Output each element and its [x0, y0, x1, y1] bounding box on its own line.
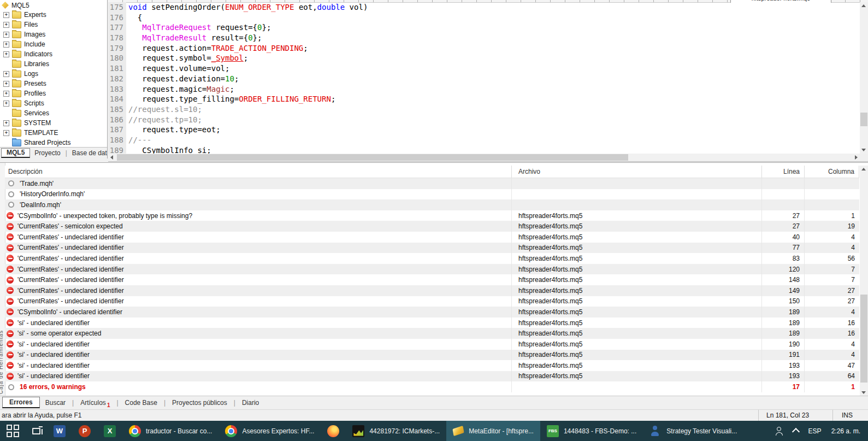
scroll-left-icon[interactable] [110, 155, 113, 160]
chevron-up-icon[interactable] [792, 428, 800, 436]
editor-vscroll-thumb[interactable] [860, 113, 867, 126]
include-row[interactable]: 'DealInfo.mqh' [5, 199, 859, 210]
include-row[interactable]: 'Trade.mqh' [5, 178, 859, 189]
expand-plus-icon[interactable]: + [3, 71, 9, 77]
expand-plus-icon[interactable]: + [3, 81, 9, 87]
errors-grid-rows: 'Trade.mqh''HistoryOrderInfo.mqh''DealIn… [5, 178, 859, 392]
column-header-file[interactable]: Archivo [512, 166, 762, 178]
code-area[interactable]: 175void setPendingOrder(ENUM_ORDER_TYPE … [108, 2, 860, 154]
error-column: 1 [805, 210, 859, 221]
error-row[interactable]: 'CurrentRates' - undeclared identifierhf… [5, 296, 859, 307]
taskbar-chrome-button[interactable]: traductor - Buscar co... [122, 421, 219, 441]
tree-item-indicators[interactable]: +Indicators [0, 49, 107, 59]
expand-plus-icon[interactable]: + [3, 12, 9, 18]
tree-item-experts[interactable]: +Experts [0, 10, 107, 20]
editor-hscroll-thumb[interactable] [117, 154, 628, 161]
tree-item-libraries[interactable]: Libraries [0, 59, 107, 69]
taskbar-windows-start-button[interactable] [0, 421, 26, 441]
taskbar-strategy-tester-button[interactable]: Strategy Tester Visuali... [643, 421, 743, 441]
toolbox-tab-proyectos-p-blicos[interactable]: Proyectos públicos [167, 398, 233, 408]
column-header-line[interactable]: Línea [762, 166, 805, 178]
editor-horizontal-scrollbar[interactable] [108, 154, 860, 161]
toolbox-vscroll-thumb[interactable] [860, 295, 867, 382]
error-line: 40 [762, 232, 805, 243]
editor-vertical-scrollbar[interactable] [860, 2, 868, 154]
include-row[interactable]: 'HistoryOrderInfo.mqh' [5, 189, 859, 200]
taskbar-metatrader-button[interactable]: 44281972: ICMarkets-... [346, 421, 446, 441]
taskbar-firefox-button[interactable] [321, 421, 346, 441]
tree-item-profiles[interactable]: +Profiles [0, 89, 107, 98]
line-text: request.type_filling=ORDER_FILLING_RETUR… [126, 94, 335, 104]
toolbox-tab-art-culos[interactable]: Artículos1 [75, 398, 115, 408]
code-line-177: 177 MqlTradeRequest request={0}; [108, 22, 860, 33]
error-row[interactable]: 'CurrentRates' - undeclared identifierhf… [5, 253, 859, 264]
tree-item-services[interactable]: Services [0, 108, 107, 118]
error-row[interactable]: 'si' - some operator expectedhftspreader… [5, 328, 859, 339]
column-header-column[interactable]: Columna [805, 166, 859, 178]
folder-icon [12, 139, 21, 146]
taskbar-task-view-button[interactable] [26, 421, 47, 441]
scroll-up-icon[interactable] [861, 168, 866, 170]
navigator-tab-proyecto[interactable]: Proyecto [30, 149, 64, 157]
toolbox-vertical-scrollbar[interactable] [860, 166, 868, 396]
people-icon[interactable] [775, 427, 783, 436]
code-line-180: 180 request.symbol=_Symbol; [108, 53, 860, 63]
scroll-down-icon[interactable] [861, 391, 866, 394]
error-row[interactable]: 'si' - undeclared identifierhftspreader4… [5, 360, 859, 371]
navigator-tab-base-de-datos[interactable]: Base de datos [68, 149, 107, 157]
taskbar-word-button[interactable]: W [47, 421, 72, 441]
tree-item-files[interactable]: +Files [0, 20, 107, 30]
taskbar-powerpoint-button[interactable]: P [72, 421, 97, 441]
toolbox-tab-buscar[interactable]: Buscar [40, 398, 71, 408]
taskbar-chrome-button[interactable]: Asesores Expertos: HF... [219, 421, 321, 441]
expand-plus-icon[interactable]: + [3, 32, 9, 38]
toolbox-tab-errores[interactable]: Errores [2, 397, 40, 408]
taskbar-fbs-button[interactable]: FBS1448483 - FBS-Demo: ... [540, 421, 643, 441]
navigator-tab-mql5[interactable]: MQL5 [1, 148, 30, 158]
column-header-description[interactable]: Descripción [5, 166, 512, 178]
toolbox-tab-diario[interactable]: Diario [237, 398, 264, 408]
tree-item-template[interactable]: +TEMPLATE [0, 128, 107, 138]
expand-plus-icon[interactable]: + [3, 130, 9, 136]
tree-item-presets[interactable]: +Presets [0, 79, 107, 89]
error-row[interactable]: 'CurrentRates' - undeclared identifierhf… [5, 243, 859, 254]
error-file: hftspreader4forts.mq5 [512, 371, 762, 382]
error-row[interactable]: 'si' - undeclared identifierhftspreader4… [5, 339, 859, 350]
error-row[interactable]: 'si' - undeclared identifierhftspreader4… [5, 371, 859, 382]
tree-item-images[interactable]: +Images [0, 30, 107, 39]
tree-item-system[interactable]: +SYSTEM [0, 118, 107, 128]
taskbar-excel-button[interactable]: X [97, 421, 122, 441]
error-row[interactable]: 'CurrentRates' - semicolon expectedhftsp… [5, 221, 859, 232]
expand-plus-icon[interactable]: + [3, 51, 9, 57]
expand-plus-icon[interactable]: + [3, 120, 9, 126]
error-row[interactable]: 'CurrentRates' - undeclared identifierhf… [5, 264, 859, 275]
error-row[interactable]: 'si' - undeclared identifierhftspreader4… [5, 350, 859, 361]
navigator-tree: MQL5 +Experts+Files+Images+Include+Indic… [0, 1, 107, 148]
scroll-up-icon[interactable] [861, 4, 866, 7]
error-line: 83 [762, 253, 805, 264]
error-row[interactable]: 'CSymbolInfo' - unexpected token, probab… [5, 210, 859, 221]
toolbox-tab-code-base[interactable]: Code Base [120, 398, 163, 408]
tree-item-include[interactable]: +Include [0, 39, 107, 49]
tree-item-scripts[interactable]: +Scripts [0, 98, 107, 108]
error-row[interactable]: 'CurrentRates' - undeclared identifierhf… [5, 232, 859, 243]
clock[interactable]: 2:26 a. m. [831, 427, 860, 435]
error-row[interactable]: 'CurrentRates' - undeclared identifierhf… [5, 274, 859, 285]
language-indicator[interactable]: ESP [808, 427, 822, 435]
expand-plus-icon[interactable]: + [3, 101, 9, 107]
expand-plus-icon[interactable]: + [3, 91, 9, 97]
tree-root-mql5[interactable]: MQL5 [0, 1, 107, 10]
error-row[interactable]: 'CSymbolInfo' - undeclared identifierhft… [5, 307, 859, 317]
error-row[interactable]: 'si' - undeclared identifierhftspreader4… [5, 317, 859, 328]
code-line-183: 183 request.magic=Magic; [108, 84, 860, 95]
scroll-down-icon[interactable] [861, 149, 866, 151]
taskbar-metaeditor-button[interactable]: MetaEditor - [hftspre... [446, 421, 540, 441]
tree-item-logs[interactable]: +Logs [0, 69, 107, 79]
expand-plus-icon[interactable]: + [3, 22, 9, 28]
error-row[interactable]: 'CurrentRates' - undeclared identifierhf… [5, 285, 859, 296]
expand-plus-icon[interactable]: + [3, 42, 9, 48]
scroll-right-icon[interactable] [855, 155, 858, 160]
summary-row[interactable]: 16 errors, 0 warnings171 [5, 381, 859, 392]
error-line: 150 [762, 296, 805, 307]
tree-item-shared-projects[interactable]: Shared Projects [0, 138, 107, 148]
